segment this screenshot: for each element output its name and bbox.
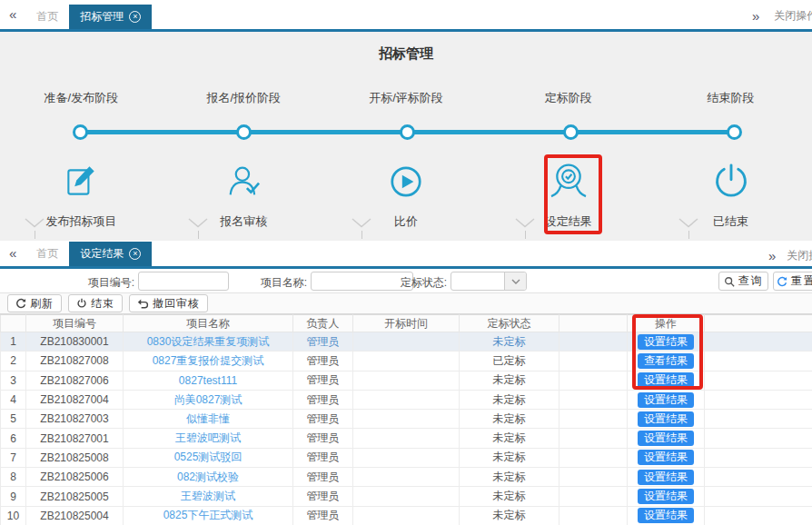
project-name-link[interactable]: 0525测试驳回 (174, 451, 243, 463)
tab-home-inner[interactable]: 首页 (25, 242, 69, 266)
stage-action-label[interactable]: 比价 (394, 213, 418, 230)
project-name-cell: 0825下午正式测试 (124, 506, 293, 525)
action-cell: 设置结果 (628, 410, 705, 429)
stage-column: 报名/报价阶段 报名审核 (163, 32, 325, 241)
row-number: 4 (1, 390, 26, 409)
award-status-select[interactable] (451, 272, 527, 291)
result-action-button[interactable]: 设置结果 (638, 392, 694, 408)
table-row: 7 ZB210825008 0525测试驳回 管理员 未定标 设置结果 (1, 448, 812, 467)
project-name-link[interactable]: 0830设定结果重复项测试 (147, 335, 270, 348)
double-chevron-right-icon[interactable]: » (768, 248, 776, 263)
open-time-cell (353, 390, 460, 409)
stage-action-label[interactable]: 发布招标项目 (45, 213, 116, 230)
project-name-label: 项目名称: (253, 275, 307, 291)
column-header: 项目名称 (124, 315, 293, 332)
status-cell: 未定标 (460, 506, 559, 525)
action-cell: 设置结果 (628, 332, 705, 352)
table-row: 8 ZB210825006 082测试校验 管理员 未定标 设置结果 (1, 468, 812, 487)
double-chevron-left-icon[interactable]: « (0, 245, 25, 262)
blank-cell (559, 487, 628, 506)
column-header: 操作 (628, 315, 705, 332)
double-chevron-right-icon[interactable]: » (752, 8, 759, 24)
close-tab-icon[interactable]: × (129, 11, 141, 23)
owner-cell: 管理员 (293, 390, 353, 409)
results-table-body: 1 ZB210830001 0830设定结果重复项测试 管理员 未定标 设置结果… (1, 332, 812, 525)
result-action-button[interactable]: 设置结果 (638, 470, 694, 485)
result-action-button[interactable]: 设置结果 (638, 411, 694, 427)
owner-cell: 管理员 (293, 506, 353, 525)
top-tab-bar: « 首页 招标管理 × » 关闭操作▾ (0, 0, 812, 32)
table-header-row: 项目编号项目名称负责人开标时间定标状态操作 (1, 315, 812, 332)
tab-set-result[interactable]: 设定结果 × (69, 242, 152, 266)
tab-home[interactable]: 首页 (25, 5, 69, 29)
open-time-cell (353, 487, 460, 506)
tab-bidding-management[interactable]: 招标管理 × (69, 5, 152, 29)
stage-action-label[interactable]: 已结束 (713, 213, 748, 230)
close-tab-icon[interactable]: × (129, 248, 141, 260)
projects-table: 项目编号项目名称负责人开标时间定标状态操作 1 ZB210830001 0830… (0, 314, 812, 525)
close-operations-menu[interactable]: 关闭操作 (787, 248, 812, 263)
table-action-bar: 刷新 结束 撤回审核 (0, 293, 812, 314)
project-name-link[interactable]: 王碧波测试 (181, 490, 235, 502)
stage-action-label[interactable]: 报名审核 (220, 213, 267, 230)
play-circle-icon[interactable] (383, 159, 429, 204)
result-action-button[interactable]: 设置结果 (638, 489, 694, 504)
table-row: 4 ZB210827004 尚美0827测试 管理员 未定标 设置结果 (1, 390, 812, 409)
tab-bidding-management-label: 招标管理 (80, 5, 124, 29)
project-code-input[interactable] (138, 272, 229, 291)
project-name-link[interactable]: 似懂非懂 (186, 412, 230, 425)
status-cell: 已定标 (460, 352, 559, 371)
close-operations-menu[interactable]: 关闭操作▾ (774, 8, 812, 24)
double-chevron-left-icon[interactable]: « (0, 6, 25, 24)
end-button[interactable]: 结束 (68, 294, 123, 312)
withdraw-review-button[interactable]: 撤回审核 (129, 294, 208, 312)
power-icon[interactable] (708, 159, 754, 204)
reset-button[interactable]: 重置 (773, 272, 812, 291)
search-icon (724, 276, 735, 287)
owner-cell: 管理员 (293, 429, 353, 448)
project-name-link[interactable]: 0827重复报价提交测试 (153, 354, 264, 367)
column-header (559, 315, 628, 332)
user-check-icon[interactable] (221, 159, 266, 204)
action-cell: 设置结果 (628, 468, 705, 487)
inner-tab-bar: « 首页 设定结果 × » 关闭操作 (0, 241, 812, 269)
owner-cell: 管理员 (293, 468, 353, 487)
result-action-button[interactable]: 设置结果 (638, 508, 694, 523)
action-cell: 查看结果 (628, 352, 705, 371)
table-row: 10 ZB210825004 0825下午正式测试 管理员 未定标 设置结果 (1, 506, 812, 525)
award-check-icon[interactable] (546, 159, 591, 204)
project-name-link[interactable]: 王碧波吧测试 (175, 431, 241, 444)
result-action-button[interactable]: 设置结果 (638, 431, 694, 446)
project-code-cell: ZB210827008 (26, 352, 124, 371)
blank-cell (705, 487, 812, 506)
project-code-cell: ZB210827006 (26, 371, 124, 390)
blank-cell (705, 371, 812, 390)
row-number: 5 (1, 410, 26, 429)
result-action-button[interactable]: 查看结果 (638, 353, 694, 369)
project-name-link[interactable]: 082测试校验 (177, 471, 239, 483)
status-cell: 未定标 (460, 468, 559, 487)
tab-set-result-label: 设定结果 (80, 242, 124, 266)
open-time-cell (353, 371, 460, 390)
bidding-management-screen: « 首页 招标管理 × » 关闭操作▾ 招标管理 准备/发布阶段 发布招标项目 … (0, 0, 812, 525)
result-action-button[interactable]: 设置结果 (638, 334, 694, 350)
result-action-button[interactable]: 设置结果 (638, 450, 694, 465)
power-icon (76, 298, 87, 309)
query-button[interactable]: 查询 (718, 272, 768, 291)
project-name-link[interactable]: 0825下午正式测试 (163, 509, 253, 521)
stage-action-label[interactable]: 设定结果 (545, 213, 592, 230)
blank-cell (559, 352, 628, 371)
project-name-link[interactable]: 尚美0827测试 (174, 393, 243, 406)
refresh-button[interactable]: 刷新 (7, 294, 62, 312)
project-name-cell: 0525测试驳回 (124, 448, 293, 467)
project-name-link[interactable]: 0827test111 (179, 374, 237, 387)
edit-document-icon[interactable] (58, 159, 104, 204)
open-time-cell (353, 448, 460, 467)
column-header: 定标状态 (460, 315, 559, 332)
blank-cell (705, 429, 812, 448)
result-action-button[interactable]: 设置结果 (638, 372, 694, 388)
owner-cell: 管理员 (293, 352, 353, 371)
action-cell: 设置结果 (628, 371, 705, 390)
row-number: 3 (1, 371, 26, 390)
project-code-cell: ZB210827004 (26, 390, 124, 409)
